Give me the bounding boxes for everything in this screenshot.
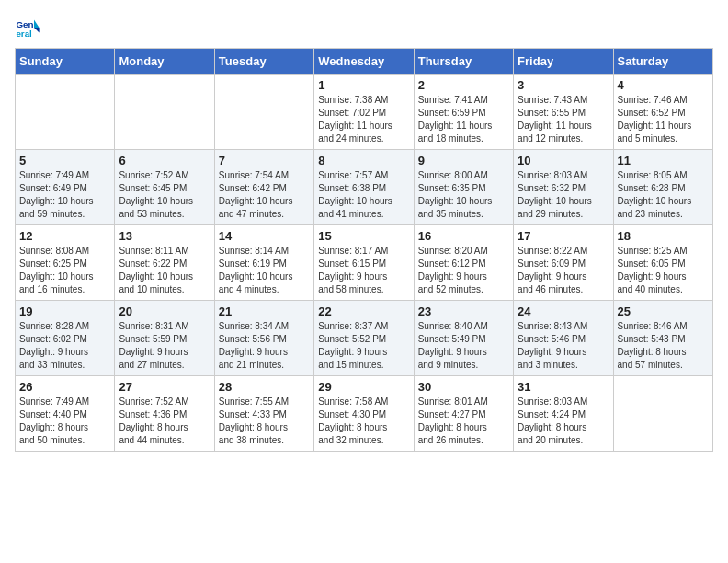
calendar-cell: 15Sunrise: 8:17 AM Sunset: 6:15 PM Dayli…: [314, 225, 414, 301]
weekday-header-row: SundayMondayTuesdayWednesdayThursdayFrid…: [16, 49, 713, 75]
day-info: Sunrise: 7:52 AM Sunset: 4:36 PM Dayligh…: [119, 396, 210, 447]
day-info: Sunrise: 7:46 AM Sunset: 6:52 PM Dayligh…: [618, 94, 709, 145]
day-number: 14: [219, 229, 310, 243]
day-info: Sunrise: 8:25 AM Sunset: 6:05 PM Dayligh…: [618, 245, 709, 296]
day-info: Sunrise: 7:54 AM Sunset: 6:42 PM Dayligh…: [219, 169, 310, 221]
day-number: 9: [418, 154, 509, 167]
calendar-cell: 14Sunrise: 8:14 AM Sunset: 6:19 PM Dayli…: [214, 225, 313, 301]
day-number: 11: [618, 154, 709, 167]
calendar-cell: 5Sunrise: 7:49 AM Sunset: 6:49 PM Daylig…: [16, 150, 115, 225]
day-number: 27: [119, 380, 210, 394]
svg-marker-2: [34, 20, 40, 28]
day-number: 30: [418, 380, 509, 394]
calendar-cell: 23Sunrise: 8:40 AM Sunset: 5:49 PM Dayli…: [414, 301, 513, 376]
calendar-cell: 19Sunrise: 8:28 AM Sunset: 6:02 PM Dayli…: [16, 301, 115, 376]
day-info: Sunrise: 8:05 AM Sunset: 6:28 PM Dayligh…: [618, 169, 709, 221]
day-info: Sunrise: 8:14 AM Sunset: 6:19 PM Dayligh…: [219, 245, 310, 296]
weekday-header-thursday: Thursday: [414, 49, 513, 75]
calendar-cell: 3Sunrise: 7:43 AM Sunset: 6:55 PM Daylig…: [514, 75, 613, 150]
svg-text:eral: eral: [16, 29, 32, 39]
day-info: Sunrise: 8:40 AM Sunset: 5:49 PM Dayligh…: [418, 320, 509, 372]
day-number: 12: [19, 229, 110, 243]
day-number: 24: [518, 304, 609, 318]
calendar-cell: 4Sunrise: 7:46 AM Sunset: 6:52 PM Daylig…: [613, 75, 712, 150]
day-info: Sunrise: 8:20 AM Sunset: 6:12 PM Dayligh…: [418, 245, 509, 296]
day-number: 22: [318, 304, 409, 318]
weekday-header-friday: Friday: [514, 49, 613, 75]
calendar-week-2: 5Sunrise: 7:49 AM Sunset: 6:49 PM Daylig…: [16, 150, 713, 225]
day-number: 19: [19, 304, 110, 318]
calendar-cell: 29Sunrise: 7:58 AM Sunset: 4:30 PM Dayli…: [314, 376, 414, 452]
calendar-cell: 25Sunrise: 8:46 AM Sunset: 5:43 PM Dayli…: [613, 301, 712, 376]
calendar-cell: [16, 75, 115, 150]
day-number: 31: [518, 380, 609, 394]
day-info: Sunrise: 8:03 AM Sunset: 6:32 PM Dayligh…: [518, 169, 609, 221]
day-number: 10: [518, 154, 609, 167]
day-number: 20: [119, 304, 210, 318]
day-number: 25: [618, 304, 709, 318]
calendar-cell: [613, 376, 712, 452]
calendar-week-1: 1Sunrise: 7:38 AM Sunset: 7:02 PM Daylig…: [16, 75, 713, 150]
calendar-cell: 17Sunrise: 8:22 AM Sunset: 6:09 PM Dayli…: [514, 225, 613, 301]
calendar-cell: 8Sunrise: 7:57 AM Sunset: 6:38 PM Daylig…: [314, 150, 414, 225]
day-info: Sunrise: 7:43 AM Sunset: 6:55 PM Dayligh…: [518, 94, 609, 145]
calendar-cell: 16Sunrise: 8:20 AM Sunset: 6:12 PM Dayli…: [414, 225, 513, 301]
calendar-cell: 24Sunrise: 8:43 AM Sunset: 5:46 PM Dayli…: [514, 301, 613, 376]
calendar-cell: 2Sunrise: 7:41 AM Sunset: 6:59 PM Daylig…: [414, 75, 513, 150]
calendar-cell: 20Sunrise: 8:31 AM Sunset: 5:59 PM Dayli…: [115, 301, 214, 376]
day-number: 15: [318, 229, 409, 243]
calendar-cell: 10Sunrise: 8:03 AM Sunset: 6:32 PM Dayli…: [514, 150, 613, 225]
day-number: 13: [119, 229, 210, 243]
day-number: 16: [418, 229, 509, 243]
day-number: 28: [219, 380, 310, 394]
calendar-cell: [115, 75, 214, 150]
weekday-header-wednesday: Wednesday: [314, 49, 414, 75]
day-number: 7: [219, 154, 310, 167]
day-info: Sunrise: 8:17 AM Sunset: 6:15 PM Dayligh…: [318, 245, 409, 296]
day-number: 17: [518, 229, 609, 243]
logo-icon: Gen eral: [15, 15, 40, 40]
day-info: Sunrise: 8:11 AM Sunset: 6:22 PM Dayligh…: [119, 245, 210, 296]
calendar-cell: 21Sunrise: 8:34 AM Sunset: 5:56 PM Dayli…: [214, 301, 313, 376]
weekday-header-tuesday: Tuesday: [214, 49, 313, 75]
calendar-cell: 22Sunrise: 8:37 AM Sunset: 5:52 PM Dayli…: [314, 301, 414, 376]
day-info: Sunrise: 8:01 AM Sunset: 4:27 PM Dayligh…: [418, 396, 509, 447]
calendar-cell: 31Sunrise: 8:03 AM Sunset: 4:24 PM Dayli…: [514, 376, 613, 452]
day-number: 1: [318, 78, 409, 92]
calendar-cell: 9Sunrise: 8:00 AM Sunset: 6:35 PM Daylig…: [414, 150, 513, 225]
calendar-cell: 1Sunrise: 7:38 AM Sunset: 7:02 PM Daylig…: [314, 75, 414, 150]
calendar-week-3: 12Sunrise: 8:08 AM Sunset: 6:25 PM Dayli…: [16, 225, 713, 301]
day-info: Sunrise: 8:37 AM Sunset: 5:52 PM Dayligh…: [318, 320, 409, 372]
day-number: 5: [19, 154, 110, 167]
calendar-cell: 6Sunrise: 7:52 AM Sunset: 6:45 PM Daylig…: [115, 150, 214, 225]
day-number: 21: [219, 304, 310, 318]
day-number: 18: [618, 229, 709, 243]
day-info: Sunrise: 7:52 AM Sunset: 6:45 PM Dayligh…: [119, 169, 210, 221]
svg-marker-3: [34, 28, 40, 33]
day-info: Sunrise: 8:28 AM Sunset: 6:02 PM Dayligh…: [19, 320, 110, 372]
day-info: Sunrise: 7:49 AM Sunset: 6:49 PM Dayligh…: [19, 169, 110, 221]
day-info: Sunrise: 8:34 AM Sunset: 5:56 PM Dayligh…: [219, 320, 310, 372]
page-header: Gen eral: [15, 15, 713, 40]
calendar-cell: 12Sunrise: 8:08 AM Sunset: 6:25 PM Dayli…: [16, 225, 115, 301]
calendar-cell: 27Sunrise: 7:52 AM Sunset: 4:36 PM Dayli…: [115, 376, 214, 452]
calendar-cell: 7Sunrise: 7:54 AM Sunset: 6:42 PM Daylig…: [214, 150, 313, 225]
calendar-cell: [214, 75, 313, 150]
day-info: Sunrise: 7:57 AM Sunset: 6:38 PM Dayligh…: [318, 169, 409, 221]
day-info: Sunrise: 7:49 AM Sunset: 4:40 PM Dayligh…: [19, 396, 110, 447]
calendar-cell: 13Sunrise: 8:11 AM Sunset: 6:22 PM Dayli…: [115, 225, 214, 301]
logo: Gen eral: [15, 15, 44, 40]
weekday-header-saturday: Saturday: [613, 49, 712, 75]
day-info: Sunrise: 7:38 AM Sunset: 7:02 PM Dayligh…: [318, 94, 409, 145]
calendar-cell: 30Sunrise: 8:01 AM Sunset: 4:27 PM Dayli…: [414, 376, 513, 452]
day-info: Sunrise: 8:46 AM Sunset: 5:43 PM Dayligh…: [618, 320, 709, 372]
calendar-week-5: 26Sunrise: 7:49 AM Sunset: 4:40 PM Dayli…: [16, 376, 713, 452]
day-info: Sunrise: 8:00 AM Sunset: 6:35 PM Dayligh…: [418, 169, 509, 221]
weekday-header-monday: Monday: [115, 49, 214, 75]
calendar-cell: 28Sunrise: 7:55 AM Sunset: 4:33 PM Dayli…: [214, 376, 313, 452]
day-info: Sunrise: 8:22 AM Sunset: 6:09 PM Dayligh…: [518, 245, 609, 296]
day-info: Sunrise: 8:03 AM Sunset: 4:24 PM Dayligh…: [518, 396, 609, 447]
weekday-header-sunday: Sunday: [16, 49, 115, 75]
day-number: 8: [318, 154, 409, 167]
day-info: Sunrise: 7:41 AM Sunset: 6:59 PM Dayligh…: [418, 94, 509, 145]
